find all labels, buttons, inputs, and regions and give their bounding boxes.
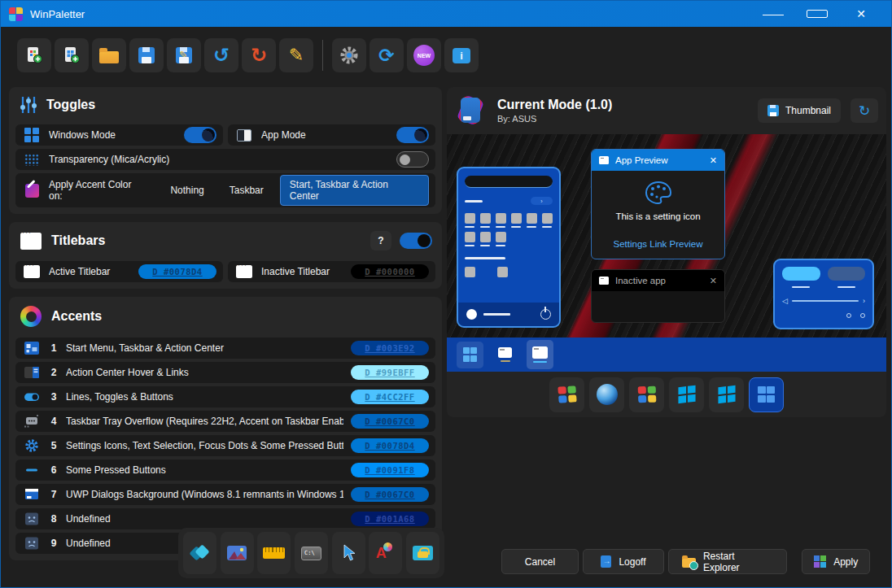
terminal-button[interactable]: C:\ bbox=[295, 532, 328, 574]
redo-button[interactable]: ↻ bbox=[242, 38, 276, 72]
save-as-button[interactable]: ✎ bbox=[167, 38, 201, 72]
minimize-button[interactable] bbox=[763, 7, 784, 20]
quick-settings-preview: ◁ › bbox=[773, 259, 874, 329]
new-theme-button[interactable] bbox=[17, 38, 51, 72]
logoff-button[interactable]: Logoff bbox=[583, 549, 664, 574]
sad-face-icon bbox=[22, 536, 42, 551]
transparency-toggle[interactable] bbox=[396, 151, 429, 168]
lock-icon bbox=[413, 546, 433, 560]
accent-number: 9 bbox=[49, 538, 59, 549]
inactive-titlebar-color-button[interactable]: D #000000 bbox=[351, 264, 429, 279]
main-toolbar: ✎ ↺ ↻ ✎ ⟳ NEW i bbox=[17, 38, 479, 72]
titlebars-help-button[interactable]: ? bbox=[370, 231, 391, 250]
app-mode-toggle[interactable] bbox=[396, 127, 429, 143]
app-mode-row: App Mode bbox=[228, 124, 435, 146]
metrics-button[interactable] bbox=[257, 532, 291, 574]
taskbar-preview bbox=[447, 338, 886, 372]
chevron-right-icon: › bbox=[863, 297, 865, 305]
accent-color-button-4[interactable]: D #0067C0 bbox=[351, 414, 429, 429]
accent-number: 5 bbox=[49, 440, 59, 451]
undo-button[interactable]: ↺ bbox=[204, 38, 238, 72]
spotlight-button[interactable] bbox=[183, 532, 216, 574]
inactive-window-icon bbox=[234, 265, 254, 278]
app-preview-titlebar: App Preview ✕ bbox=[592, 150, 724, 171]
app-mode-icon bbox=[234, 129, 254, 142]
all-apps-chevron: › bbox=[531, 197, 553, 205]
option-taskbar[interactable]: Taskbar bbox=[221, 181, 273, 199]
settings-gear-icon bbox=[22, 438, 42, 453]
active-titlebar-color-button[interactable]: D #0078D4 bbox=[138, 264, 216, 279]
option-start-taskbar-action-center[interactable]: Start, Taskbar & Action Center bbox=[280, 175, 429, 206]
active-titlebar-label: Active Titlebar bbox=[49, 266, 131, 277]
windows-mode-toggle[interactable] bbox=[184, 127, 216, 143]
apply-label: Apply bbox=[833, 556, 858, 568]
inactive-app-titlebar: Inactive app ✕ bbox=[592, 270, 724, 291]
accent-color-button-7[interactable]: D #0067C0 bbox=[351, 487, 429, 502]
option-nothing[interactable]: Nothing bbox=[161, 181, 212, 199]
sync-icon: ⟳ bbox=[378, 46, 394, 65]
toggle-icon bbox=[22, 390, 42, 404]
save-button[interactable] bbox=[129, 38, 164, 72]
titlebars-toggle[interactable] bbox=[400, 233, 432, 249]
windows-8-button[interactable] bbox=[669, 377, 704, 412]
new-badge-icon: NEW bbox=[413, 45, 435, 66]
accent-label: Taskbar Tray Overflow (Requires 22H2, Ac… bbox=[66, 416, 343, 427]
windows-vista-icon bbox=[597, 384, 618, 405]
windows-10-icon bbox=[718, 385, 735, 404]
thumbnail-save-icon bbox=[767, 105, 779, 116]
edit-theme-button[interactable]: ✎ bbox=[279, 38, 313, 72]
windows-11-button[interactable] bbox=[749, 377, 784, 412]
open-theme-button[interactable] bbox=[92, 38, 126, 72]
wallpaper-button[interactable] bbox=[221, 532, 254, 574]
maximize-button[interactable] bbox=[807, 7, 828, 20]
start-menu-preview: › bbox=[457, 167, 561, 328]
recommended-label-bar bbox=[465, 257, 505, 259]
taskbar-app-1 bbox=[492, 340, 518, 369]
accent-color-on-row: Apply Accent Color on: Nothing Taskbar S… bbox=[15, 173, 435, 207]
restart-explorer-button[interactable]: Restart Explorer bbox=[668, 549, 787, 574]
refresh-preview-button[interactable]: ↻ bbox=[850, 98, 878, 123]
settings-button[interactable] bbox=[332, 38, 366, 72]
whats-new-button[interactable]: NEW bbox=[407, 38, 441, 72]
accent-color-button-2[interactable]: D #99EBFF bbox=[351, 365, 429, 380]
accent-color-button-8[interactable]: D #001A68 bbox=[351, 512, 429, 526]
accent-color-button-3[interactable]: D #4CC2FF bbox=[351, 390, 429, 404]
close-button[interactable]: ✕ bbox=[850, 7, 872, 20]
accent-row-4: 4 Taskbar Tray Overflow (Requires 22H2, … bbox=[15, 411, 435, 432]
windows-10-button[interactable] bbox=[709, 377, 744, 412]
cancel-button[interactable]: Cancel bbox=[501, 549, 579, 574]
lockscreen-button[interactable] bbox=[406, 532, 439, 574]
settings-link-preview[interactable]: Settings Link Preview bbox=[598, 239, 718, 249]
fonts-button[interactable]: A bbox=[369, 532, 402, 574]
accent-label: Undefined bbox=[66, 513, 343, 525]
pinned-tiles bbox=[465, 213, 559, 246]
restart-explorer-label: Restart Explorer bbox=[703, 551, 773, 573]
windows-xp-button[interactable] bbox=[549, 377, 584, 412]
windows-vista-button[interactable] bbox=[589, 377, 624, 412]
accent-color-button-6[interactable]: D #0091F8 bbox=[351, 463, 429, 477]
thumbnail-button[interactable]: Thumbnail bbox=[758, 98, 841, 123]
accent-row-1: 1 Start Menu, Taskbar & Action Center D … bbox=[15, 338, 435, 359]
palette-icon bbox=[645, 181, 672, 205]
app-mode-label: App Mode bbox=[261, 129, 389, 141]
windows-7-button[interactable] bbox=[629, 377, 664, 412]
app-preview-window: App Preview ✕ This is a setting icon Set… bbox=[591, 149, 725, 259]
windows-mode-row: Windows Mode bbox=[15, 124, 223, 146]
user-avatar bbox=[466, 309, 477, 320]
sliders-icon bbox=[19, 96, 38, 114]
desktop-preview: › bbox=[447, 134, 886, 338]
recommended-items bbox=[465, 267, 553, 277]
accents-header: Accents bbox=[51, 309, 102, 324]
cursor-icon bbox=[340, 544, 356, 562]
accent-number: 8 bbox=[49, 513, 59, 525]
accent-color-button-5[interactable]: D #0078D4 bbox=[351, 438, 429, 453]
logoff-icon bbox=[601, 555, 611, 568]
dash-icon bbox=[22, 463, 42, 477]
accent-color-button-1[interactable]: D #003E92 bbox=[351, 341, 429, 355]
cursors-button[interactable] bbox=[332, 532, 365, 574]
about-button[interactable]: i bbox=[444, 38, 479, 72]
refresh-button[interactable]: ⟳ bbox=[369, 38, 404, 72]
new-windows-theme-button[interactable] bbox=[55, 38, 89, 72]
save-icon bbox=[138, 47, 155, 63]
apply-button[interactable]: Apply bbox=[802, 549, 870, 574]
